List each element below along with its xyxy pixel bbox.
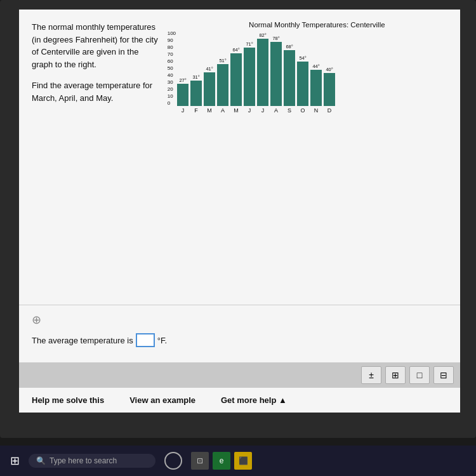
chart-container: Normal Monthly Temperatures: Centerville… [164,21,447,114]
desc-line1: The normal monthly temperatures [32,22,155,32]
bar-11 [324,73,335,106]
bar-wrap-J-5: 71°J [244,41,255,114]
search-icon: 🔍 [36,456,46,465]
y-label-80: 80 [168,45,176,50]
desc-line3: of Centerville are given in the [32,47,138,56]
chart-title: Normal Monthly Temperatures: Centerville [168,21,447,29]
bar-wrap-M-4: 64°M [230,47,242,114]
desc-line4: graph to the right. [32,60,96,69]
toolbar-btn-1[interactable]: ± [361,366,381,384]
bar-label-7: A [274,107,278,114]
bar-value-10: 44° [312,63,319,69]
taskbar-icon-3[interactable]: ⬛ [234,452,252,470]
answer-input[interactable] [136,333,155,347]
taskbar-icon-2[interactable]: e [213,452,230,470]
bar-1 [190,81,202,106]
answer-line: The average temperature is °F. [32,333,447,347]
gray-separator: ± ⊞ □ ⊟ [19,362,460,388]
bar-10 [310,70,322,106]
bar-5 [244,48,255,106]
move-icon: ⊕ [32,313,41,327]
bar-6 [257,39,268,106]
bar-wrap-M-2: 41°M [204,66,215,114]
bar-label-10: N [314,107,319,114]
bar-value-9: 54° [299,55,306,61]
find-text: Find the average temperature for March, … [32,79,158,104]
bar-label-9: O [301,107,305,114]
desc-line2: (in degrees Fahrenheit) for the city [32,35,158,44]
bar-value-2: 41° [206,66,213,72]
windows-start-button[interactable]: ⊞ [6,451,23,470]
bar-wrap-D-11: 40°D [324,67,335,114]
y-label-40: 40 [168,73,176,78]
bar-value-6: 82° [259,32,266,38]
bar-label-0: J [182,107,185,114]
y-axis: 0 10 20 30 40 50 60 70 80 90 100 [168,31,176,114]
bar-9 [297,62,308,106]
bar-4 [230,53,242,106]
bar-wrap-F-1: 31°F [190,74,202,114]
bar-label-1: F [194,107,198,114]
footer-buttons: Help me solve this View an example Get m… [19,388,460,413]
get-more-help-button[interactable]: Get more help ▲ [221,395,287,405]
help-solve-button[interactable]: Help me solve this [32,395,104,405]
problem-top: The normal monthly temperatures (in degr… [32,21,447,114]
bar-value-3: 51° [219,58,226,63]
bar-label-6: J [261,107,265,114]
bar-value-5: 71° [246,41,253,47]
y-label-60: 60 [168,59,176,64]
bar-label-4: M [234,107,239,114]
bar-value-4: 64° [232,47,239,53]
bar-8 [284,50,295,106]
bar-wrap-N-10: 44°N [310,63,322,114]
toolbar-btn-4[interactable]: ⊟ [433,366,454,384]
bar-wrap-A-3: 51°A [217,58,228,114]
bar-wrap-J-6: 82°J [257,32,268,114]
y-label-30: 30 [168,80,176,85]
y-label-10: 10 [168,94,176,99]
chart-inner: 0 10 20 30 40 50 60 70 80 90 100 27°J [168,31,335,114]
bar-7 [270,42,282,106]
y-label-70: 70 [168,52,176,57]
y-label-0: 0 [168,101,176,106]
bar-0 [177,84,188,106]
answer-area: ⊕ The average temperature is °F. [19,305,460,362]
task-view-button[interactable] [164,452,182,470]
bar-2 [204,72,215,106]
bar-3 [217,64,228,106]
answer-suffix: °F. [157,336,167,345]
bar-label-5: J [248,107,251,114]
y-label-100: 100 [168,31,176,36]
bar-label-2: M [207,107,212,114]
taskbar: ⊞ 🔍 Type here to search ⊡ e ⬛ [0,446,476,476]
bars-row: 27°J31°F41°M51°A64°M71°J82°J78°A68°S54°O… [177,31,335,114]
y-label-90: 90 [168,38,176,43]
bar-value-7: 78° [272,36,279,41]
bar-wrap-A-7: 78°A [270,36,282,114]
taskbar-icons: ⊡ e ⬛ [191,452,252,470]
bar-value-1: 31° [192,74,199,80]
main-content: The normal monthly temperatures (in degr… [19,10,460,413]
bar-label-3: A [221,107,225,114]
find-line2: March, April, and May. [32,93,113,103]
bar-label-11: D [327,107,332,114]
taskbar-search-bar[interactable]: 🔍 Type here to search [29,454,155,468]
problem-description: The normal monthly temperatures (in degr… [32,21,158,70]
bar-value-0: 27° [179,77,186,83]
bar-value-11: 40° [326,67,333,72]
bar-wrap-S-8: 68°S [284,44,295,114]
bar-value-8: 68° [286,44,293,50]
find-line1: Find the average temperature for [32,81,152,90]
problem-area: The normal monthly temperatures (in degr… [19,10,460,305]
bar-wrap-J-0: 27°J [177,77,188,114]
problem-text-block: The normal monthly temperatures (in degr… [32,21,158,114]
answer-prefix: The average temperature is [32,336,133,345]
view-example-button[interactable]: View an example [129,395,195,405]
toolbar-btn-2[interactable]: ⊞ [385,366,406,384]
taskbar-icon-1[interactable]: ⊡ [191,452,209,470]
bar-wrap-O-9: 54°O [297,55,308,114]
search-placeholder-text: Type here to search [50,456,117,465]
y-label-20: 20 [168,87,176,92]
bar-label-8: S [288,107,291,114]
toolbar-btn-3[interactable]: □ [409,366,430,384]
